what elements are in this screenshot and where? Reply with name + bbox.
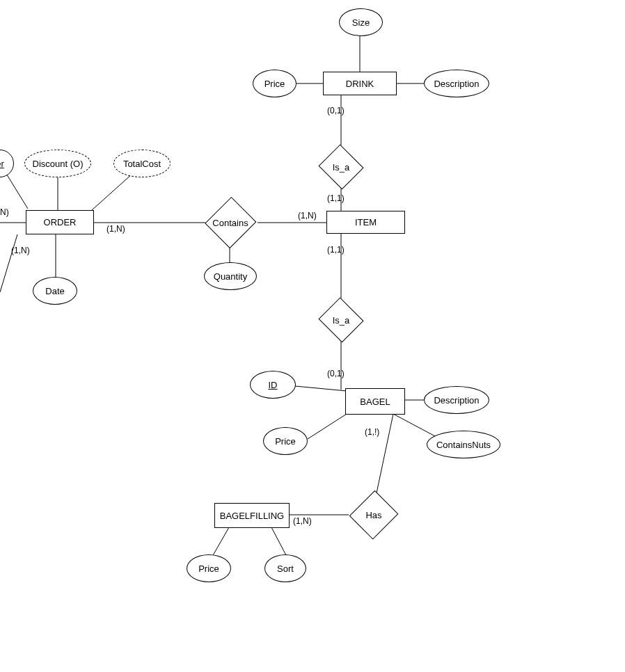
card-item-isa-mid: (1,1)	[327, 245, 345, 255]
attr-quantity: Quantity	[204, 262, 257, 290]
attr-discount-o: Discount (O)	[24, 150, 91, 177]
svg-line-18	[308, 414, 347, 439]
attr-totalcost: TotalCost	[113, 150, 171, 177]
entity-order: ORDER	[26, 210, 94, 234]
attr-size: Size	[339, 8, 383, 36]
rel-is-a-top: Is_a	[318, 146, 364, 188]
card-item-isa-top: (1,1)	[327, 193, 345, 203]
attr-description-drink: Description	[424, 70, 489, 97]
svg-line-9	[0, 234, 17, 292]
svg-line-22	[212, 527, 229, 557]
er-diagram-canvas: Size Price DRINK Description (0,1) Is_a …	[0, 0, 625, 672]
card-bagel-has: (1,!)	[365, 427, 379, 437]
attr-order-pk-fragment: er	[0, 150, 14, 177]
attr-containsnuts: ContainsNuts	[427, 431, 500, 458]
attr-sort: Sort	[264, 554, 306, 582]
card-bagel-isa: (0,1)	[327, 369, 345, 378]
attr-description-bagel: Description	[424, 386, 489, 414]
rel-has: Has	[347, 495, 400, 534]
connector-lines	[0, 0, 625, 672]
entity-bagelfilling: BAGELFILLING	[214, 503, 290, 528]
card-drink-isa: (0,1)	[327, 106, 345, 115]
svg-line-16	[295, 386, 347, 391]
attr-price-fill: Price	[187, 554, 231, 582]
entity-drink: DRINK	[323, 72, 397, 95]
attr-price-bagel: Price	[263, 427, 308, 455]
card-fill-has: (1,N)	[293, 516, 312, 526]
attr-price-drink: Price	[253, 70, 296, 97]
entity-bagel: BAGEL	[345, 388, 405, 415]
card-item-contains: (1,N)	[298, 211, 317, 221]
card-order-left-n: N)	[0, 207, 9, 217]
svg-line-7	[92, 174, 132, 210]
card-order-below: (1,N)	[11, 246, 30, 255]
entity-item: ITEM	[326, 211, 405, 234]
card-order-contains: (1,N)	[106, 224, 125, 234]
rel-contains: Contains	[201, 203, 260, 242]
attr-date: Date	[33, 277, 77, 305]
svg-line-23	[271, 527, 287, 557]
attr-id-bagel: ID	[250, 371, 296, 399]
rel-is-a-mid: Is_a	[318, 299, 364, 341]
